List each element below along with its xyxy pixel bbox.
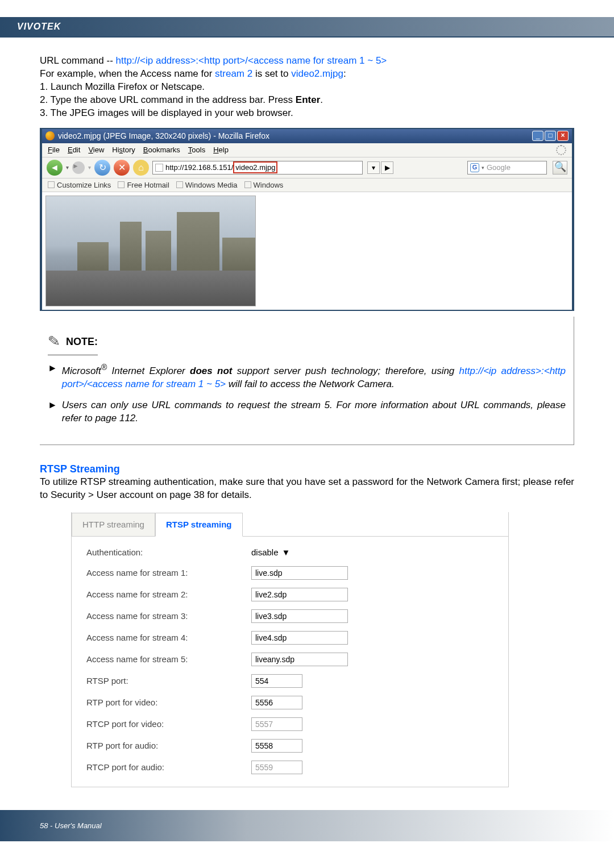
stream2-label: Access name for stream 2: bbox=[86, 589, 251, 600]
stream4-input[interactable] bbox=[251, 631, 348, 645]
menu-tools[interactable]: Tools bbox=[188, 145, 205, 155]
rtp-video-label: RTP port for video: bbox=[86, 697, 251, 708]
back-dropdown[interactable]: ▾ bbox=[66, 164, 69, 172]
menu-bookmarks[interactable]: Bookmarks bbox=[143, 145, 180, 155]
search-submit[interactable]: 🔍 bbox=[553, 161, 567, 175]
stream1-input[interactable] bbox=[251, 566, 348, 580]
note-heading: NOTE: bbox=[66, 335, 98, 348]
step-2: 2. Type the above URL command in the add… bbox=[40, 94, 574, 107]
bookmark-free-hotmail[interactable]: Free Hotmail bbox=[118, 180, 169, 190]
window-titlebar: video2.mjpg (JPEG Image, 320x240 pixels)… bbox=[42, 129, 572, 143]
search-box[interactable]: G▾ Google bbox=[467, 161, 547, 175]
step-1: 1. Launch Mozilla Firefox or Netscape. bbox=[40, 81, 574, 94]
window-title: video2.mjpg (JPEG Image, 320x240 pixels)… bbox=[58, 131, 269, 142]
close-button[interactable]: × bbox=[557, 131, 569, 141]
menu-file[interactable]: File bbox=[48, 145, 60, 155]
rtcp-audio-input bbox=[251, 761, 302, 774]
throbber-icon bbox=[556, 145, 566, 155]
page-icon bbox=[118, 181, 125, 188]
note-container: ✎ NOTE: ► Microsoft® Internet Explorer d… bbox=[40, 317, 574, 445]
go-button[interactable]: ▶ bbox=[381, 161, 393, 174]
stream3-label: Access name for stream 3: bbox=[86, 610, 251, 622]
forward-dropdown[interactable]: ▾ bbox=[88, 164, 91, 172]
page-icon bbox=[244, 181, 251, 188]
page-icon bbox=[176, 181, 183, 188]
home-button[interactable]: ⌂ bbox=[133, 160, 149, 176]
rtsp-port-label: RTSP port: bbox=[86, 675, 251, 687]
firefox-screenshot: video2.mjpg (JPEG Image, 320x240 pixels)… bbox=[40, 128, 574, 311]
address-bar[interactable]: http://192.168.5.151/video2.mjpg bbox=[152, 161, 363, 175]
page-icon bbox=[48, 181, 55, 188]
menu-help[interactable]: Help bbox=[213, 145, 229, 155]
footer-text: 58 - User's Manual bbox=[40, 821, 102, 830]
stop-button[interactable]: ✕ bbox=[114, 160, 130, 176]
page-header: VIVOTEK bbox=[0, 17, 614, 37]
address-prefix: http://192.168.5.151/ bbox=[165, 163, 233, 173]
url-pattern: http://<ip address>:<http port>/<access … bbox=[116, 55, 387, 66]
minimize-button[interactable]: _ bbox=[532, 131, 544, 141]
nav-toolbar: ◄ ▾ ► ▾ ↻ ✕ ⌂ http://192.168.5.151/video… bbox=[42, 157, 572, 178]
rtcp-audio-label: RTCP port for audio: bbox=[86, 762, 251, 773]
stream3-input[interactable] bbox=[251, 609, 348, 623]
rtsp-heading: RTSP Streaming bbox=[40, 462, 574, 476]
menu-edit[interactable]: Edit bbox=[68, 145, 80, 155]
note-item-1: ► Microsoft® Internet Explorer does not … bbox=[48, 362, 566, 391]
search-placeholder: Google bbox=[487, 163, 511, 173]
stream1-label: Access name for stream 1: bbox=[86, 567, 251, 579]
address-dropdown[interactable]: ▾ bbox=[367, 161, 380, 174]
firefox-icon bbox=[45, 131, 55, 140]
back-button[interactable]: ◄ bbox=[47, 160, 63, 176]
auth-select[interactable]: disable ▼ bbox=[251, 547, 290, 558]
menu-bar: File Edit View History Bookmarks Tools H… bbox=[42, 143, 572, 157]
tab-rtsp-streaming[interactable]: RTSP streaming bbox=[155, 513, 243, 537]
rtcp-video-input bbox=[251, 717, 302, 731]
tab-http-streaming[interactable]: HTTP streaming bbox=[72, 513, 155, 537]
bullet-icon: ► bbox=[48, 362, 57, 391]
brand-name: VIVOTEK bbox=[17, 22, 61, 31]
bookmark-windows-media[interactable]: Windows Media bbox=[176, 180, 238, 190]
url-command-line: URL command -- http://<ip address>:<http… bbox=[40, 55, 574, 68]
step-3: 3. The JPEG images will be displayed in … bbox=[40, 107, 574, 120]
page-content bbox=[42, 192, 572, 310]
example-line: For example, when the Access name for st… bbox=[40, 68, 574, 81]
stream5-label: Access name for stream 5: bbox=[86, 654, 251, 665]
rtp-audio-input[interactable] bbox=[251, 739, 302, 753]
address-highlight: video2.mjpg bbox=[233, 161, 277, 174]
stream4-label: Access name for stream 4: bbox=[86, 632, 251, 643]
stream5-input[interactable] bbox=[251, 653, 348, 666]
header-separator bbox=[0, 37, 614, 38]
rtp-audio-label: RTP port for audio: bbox=[86, 740, 251, 751]
google-icon: G bbox=[470, 163, 479, 172]
mjpg-image bbox=[45, 196, 256, 306]
page-icon bbox=[155, 164, 163, 172]
bookmark-windows[interactable]: Windows bbox=[244, 180, 284, 190]
rtcp-video-label: RTCP port for video: bbox=[86, 719, 251, 730]
menu-history[interactable]: History bbox=[112, 145, 135, 155]
note-item-2: ► Users can only use URL commands to req… bbox=[48, 399, 566, 425]
rtsp-port-input[interactable] bbox=[251, 674, 302, 688]
maximize-button[interactable]: □ bbox=[545, 131, 556, 141]
auth-label: Authentication: bbox=[86, 547, 251, 558]
stream2-input[interactable] bbox=[251, 588, 348, 601]
bookmarks-toolbar: Customize Links Free Hotmail Windows Med… bbox=[42, 178, 572, 193]
bookmark-customize-links[interactable]: Customize Links bbox=[48, 180, 111, 190]
bullet-icon: ► bbox=[48, 399, 57, 425]
rtsp-panel: HTTP streaming RTSP streaming Authentica… bbox=[71, 512, 509, 788]
note-icon: ✎ bbox=[47, 331, 61, 352]
menu-view[interactable]: View bbox=[88, 145, 104, 155]
forward-button[interactable]: ► bbox=[72, 161, 85, 174]
rtsp-intro: To utilize RTSP streaming authentication… bbox=[40, 476, 574, 502]
page-footer: 58 - User's Manual bbox=[0, 810, 614, 841]
rtsp-tabs: HTTP streaming RTSP streaming bbox=[72, 512, 508, 537]
chevron-down-icon: ▼ bbox=[282, 547, 291, 558]
reload-button[interactable]: ↻ bbox=[94, 160, 110, 176]
rtp-video-input[interactable] bbox=[251, 696, 302, 709]
